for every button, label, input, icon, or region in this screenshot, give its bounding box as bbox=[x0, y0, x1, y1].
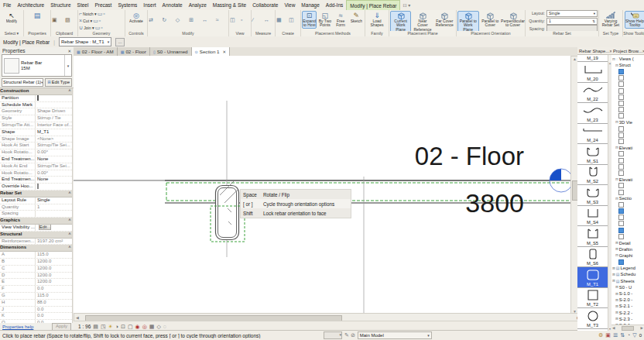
edit-button[interactable]: Edit... bbox=[39, 225, 51, 230]
show-crop-button[interactable]: ▢ bbox=[128, 324, 133, 330]
collapse-icon[interactable]: ⊟ bbox=[612, 57, 615, 61]
property-section-structural[interactable]: Structural^ bbox=[0, 232, 72, 239]
ribbon-tab-insert[interactable]: Insert bbox=[140, 0, 159, 10]
expand-icon[interactable]: ⊞ bbox=[615, 241, 618, 245]
scroll-up-icon[interactable]: ▲ bbox=[573, 57, 577, 61]
tree-row[interactable] bbox=[611, 151, 644, 157]
exclude-icon[interactable]: ⊘ bbox=[351, 332, 355, 338]
array-button[interactable]: ⊞ bbox=[189, 11, 200, 25]
shape-card-m-s2[interactable]: M_S2 bbox=[577, 165, 608, 186]
temporary-hide-button[interactable]: ◉ bbox=[135, 324, 140, 330]
property-row-h[interactable]: H88.0 bbox=[0, 300, 72, 307]
property-row-b[interactable]: B1200.0 bbox=[0, 259, 72, 266]
pencil-icon[interactable]: ✎ bbox=[344, 332, 349, 338]
shape-card-m-t3[interactable]: M_T3 bbox=[577, 308, 608, 329]
properties-button[interactable]: ▤ bbox=[26, 11, 50, 20]
expand-to-host-button[interactable]: ⊡Expand to Host bbox=[302, 11, 317, 29]
join-button[interactable]: ∪Join ▾▭▫ bbox=[79, 25, 124, 31]
close-icon[interactable]: ✕ bbox=[67, 49, 71, 53]
view-tab-s0-unnamed[interactable]: ▯S0 - Unnamed bbox=[150, 47, 192, 56]
property-row-g[interactable]: G115.0 bbox=[0, 293, 72, 300]
properties-title-bar[interactable]: Properties ✕ bbox=[0, 47, 74, 54]
notch-button[interactable]: ⌐Notch ▾▭▫ bbox=[79, 11, 124, 17]
shape-card-m-s6[interactable]: M_S6 bbox=[577, 247, 608, 268]
extend-button[interactable]: × bbox=[216, 25, 228, 31]
property-row-end-treatmen[interactable]: End Treatmen...None bbox=[0, 177, 72, 184]
property-row-shape-image[interactable]: Shape Image<None> bbox=[0, 136, 72, 143]
view-icon[interactable] bbox=[618, 81, 624, 87]
tree-row-graphi[interactable]: ⊟Graphi bbox=[611, 252, 644, 259]
expand-icon[interactable]: ⊞ bbox=[612, 266, 615, 270]
project-browser-title-bar[interactable]: Project Brow... ✕ bbox=[611, 47, 644, 55]
view-icon[interactable] bbox=[618, 88, 624, 94]
view-icon[interactable] bbox=[618, 94, 624, 100]
scroll-left-icon[interactable]: ◀ bbox=[612, 326, 615, 330]
expand-icon[interactable]: ⊞ bbox=[615, 292, 618, 296]
property-row-hook-rotatio[interactable]: Hook Rotatio...0.00° bbox=[0, 170, 72, 177]
editable-only-button[interactable]: ▣ bbox=[605, 332, 611, 338]
property-row-override-hoo[interactable]: Override Hoo... bbox=[0, 184, 72, 191]
view-icon[interactable] bbox=[618, 164, 624, 170]
worksets-button[interactable]: ⚙ bbox=[598, 332, 603, 338]
project-browser-scroll-thumb[interactable] bbox=[622, 326, 634, 331]
rebar-shape-combo[interactable]: Rebar Shape : M_T1 ▾ bbox=[59, 37, 111, 46]
copy-button[interactable]: ▨ bbox=[65, 11, 77, 25]
rebar-shape-browser-title-bar[interactable]: Rebar Shape... ✕ bbox=[577, 47, 611, 55]
tree-row-s-2-3[interactable]: ⊞S-2.3 - bbox=[611, 316, 644, 322]
view-icon[interactable] bbox=[618, 126, 624, 132]
tree-row[interactable] bbox=[611, 201, 644, 208]
property-row-layout-rule[interactable]: Layout RuleSingle bbox=[0, 197, 72, 204]
tree-row[interactable] bbox=[611, 81, 644, 88]
detail-level-button[interactable]: ▤ bbox=[93, 324, 98, 330]
expand-icon[interactable]: ⊞ bbox=[615, 311, 618, 314]
view-icon[interactable] bbox=[618, 215, 624, 220]
property-row-hook-at-end[interactable]: Hook At EndStirrup/Tie Sei... bbox=[0, 163, 72, 170]
shape-card-m-s4[interactable]: M_S4 bbox=[577, 206, 608, 227]
by-two-points-button[interactable]: ◱By Two Points bbox=[317, 11, 332, 29]
tree-row-views[interactable]: ⊟◌Views ( bbox=[611, 56, 644, 62]
load-shapes-button[interactable]: ⇓Load Shapes bbox=[367, 11, 388, 29]
view-icon[interactable] bbox=[618, 151, 624, 156]
paste-button[interactable]: ▣ bbox=[52, 11, 63, 25]
far-cover-reference-button[interactable]: Far Cover Reference bbox=[434, 11, 455, 29]
ribbon-tab-systems[interactable]: Systems bbox=[115, 0, 140, 10]
property-row-c[interactable]: C1200.0 bbox=[0, 266, 72, 273]
property-row-j[interactable]: J0.0 bbox=[0, 307, 72, 314]
spacing-input[interactable] bbox=[546, 25, 598, 31]
select-toggle-button[interactable]: ◔ bbox=[627, 332, 630, 338]
property-row-hook-at-start[interactable]: Hook At StartStirrup/Tie Sei... bbox=[0, 143, 72, 149]
parallel-to-cover-button[interactable]: Parallel to Cover bbox=[480, 11, 502, 29]
rotate-button[interactable]: ↻ bbox=[162, 11, 173, 25]
collapse-icon[interactable]: ⊟ bbox=[615, 120, 618, 124]
tree-row[interactable] bbox=[611, 259, 644, 265]
view-icon[interactable] bbox=[618, 113, 624, 118]
tree-row[interactable] bbox=[611, 75, 644, 81]
tree-row[interactable] bbox=[611, 113, 644, 119]
tree-row-s-2-0[interactable]: ⊞S-2.0 - bbox=[611, 297, 644, 303]
tree-row[interactable] bbox=[611, 183, 644, 189]
tree-row[interactable] bbox=[611, 170, 644, 176]
ribbon-tab-add-ins[interactable]: Add-Ins bbox=[323, 0, 346, 10]
level-elevation-text[interactable]: 3800 bbox=[437, 187, 524, 218]
align-button[interactable]: ↔ bbox=[202, 11, 214, 25]
property-row-end-treatmen[interactable]: End Treatmen...None bbox=[0, 156, 72, 163]
tree-row-elevati[interactable]: ⊟Elevati bbox=[611, 177, 644, 183]
view-icon[interactable] bbox=[618, 132, 624, 138]
chevron-down-icon[interactable]: ▾ bbox=[64, 55, 71, 76]
property-row-a[interactable]: A115.0 bbox=[0, 252, 72, 259]
ribbon-tab-collaborate[interactable]: Collaborate bbox=[249, 0, 281, 10]
copy-tool-button[interactable]: ⊟ bbox=[162, 25, 173, 31]
tree-row[interactable] bbox=[611, 215, 644, 221]
property-row-geometry[interactable]: GeometryShape Driven bbox=[0, 108, 72, 115]
view-icon[interactable] bbox=[618, 221, 624, 226]
tree-row[interactable] bbox=[611, 233, 644, 239]
offset-button[interactable]: ⇅ bbox=[149, 25, 160, 31]
assembly-button[interactable]: ⊞ bbox=[276, 25, 287, 31]
expand-icon[interactable]: ⊞ bbox=[615, 247, 618, 251]
view-icon[interactable] bbox=[618, 107, 624, 112]
ribbon-tab-steel[interactable]: Steel bbox=[74, 0, 92, 10]
property-row-style[interactable]: StyleStirrup / Tie bbox=[0, 115, 72, 122]
shape-card-m-t1[interactable]: M_T1 bbox=[577, 267, 608, 288]
unpin-button[interactable]: + bbox=[189, 25, 200, 31]
expand-icon[interactable]: ⊞ bbox=[615, 298, 618, 302]
